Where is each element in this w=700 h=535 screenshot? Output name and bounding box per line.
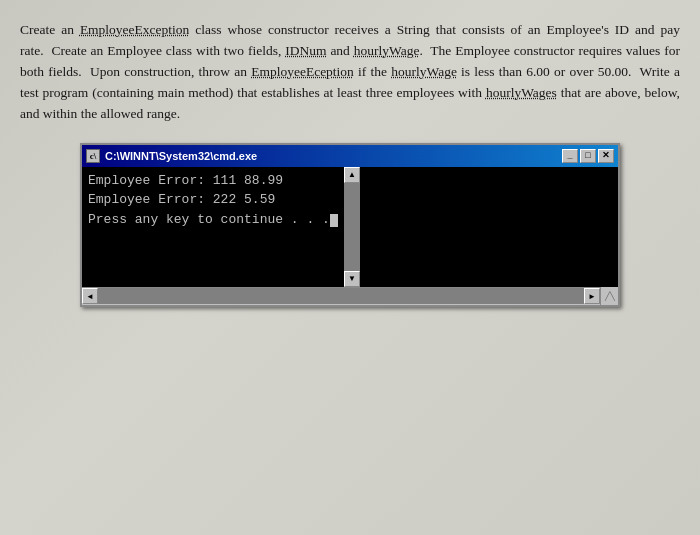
cmd-titlebar-left: c\ C:\WINNT\System32\cmd.exe [86,149,257,163]
cmd-window: c\ C:\WINNT\System32\cmd.exe _ □ ✕ Emplo… [80,143,620,307]
cmd-vertical-scrollbar[interactable]: ▲ ▼ [344,167,360,287]
hourlywages-link: hourlyWages [486,85,557,100]
maximize-button[interactable]: □ [580,149,596,163]
cmd-line2: Employee Error: 222 5.59 [88,190,338,210]
cmd-controls: _ □ ✕ [562,149,614,163]
cmd-titlebar: c\ C:\WINNT\System32\cmd.exe _ □ ✕ [82,145,618,167]
hourlywage-link2: hourlyWage [391,64,457,79]
cmd-line3: Press any key to continue . . . [88,210,338,230]
resize-corner: ╱╲ [600,287,618,305]
scroll-track [344,183,360,271]
paragraph-text: Create an EmployeeException class whose … [20,20,680,125]
cmd-title: C:\WINNT\System32\cmd.exe [105,150,257,162]
scroll-up-button[interactable]: ▲ [344,167,360,183]
cmd-output: Employee Error: 111 88.99 Employee Error… [88,171,338,283]
scroll-down-button[interactable]: ▼ [344,271,360,287]
hscroll-track [98,288,584,304]
employee-exception-link2: EmployeeEception [251,64,354,79]
employee-exception-link1: EmployeeException [80,22,189,37]
scroll-left-button[interactable]: ◄ [82,288,98,304]
cmd-body-wrapper: Employee Error: 111 88.99 Employee Error… [82,167,618,287]
cmd-body: Employee Error: 111 88.99 Employee Error… [82,167,344,287]
idnum-link: IDNum [285,43,326,58]
cmd-line1: Employee Error: 111 88.99 [88,171,338,191]
close-button[interactable]: ✕ [598,149,614,163]
minimize-button[interactable]: _ [562,149,578,163]
cmd-app-icon: c\ [86,149,100,163]
hourlywage-link1: hourlyWage [354,43,420,58]
cmd-cursor [330,214,338,227]
page-background: Create an EmployeeException class whose … [0,0,700,535]
cmd-horizontal-scrollbar: ◄ ► ╱╲ [82,287,618,305]
scroll-right-button[interactable]: ► [584,288,600,304]
